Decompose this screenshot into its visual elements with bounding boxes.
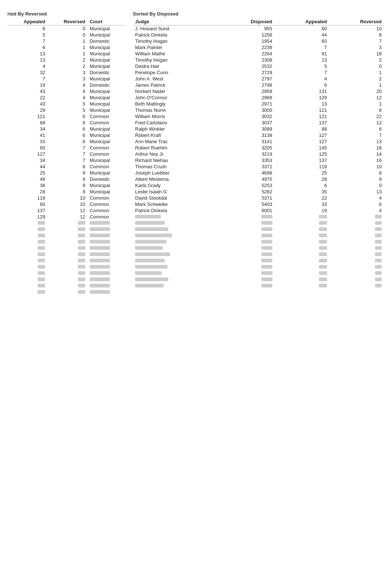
left-cell-appealed: 34 xyxy=(7,126,47,132)
right-header-appealed: Appealed xyxy=(275,18,329,25)
right-cell-disposed: 3032 xyxy=(220,113,274,120)
right-cell-reversed: 22 xyxy=(329,113,384,120)
right-title: Sorted By Disposed xyxy=(133,11,384,17)
left-cell-appealed: 25 xyxy=(7,170,47,176)
left-cell-court: Municipal xyxy=(87,44,125,51)
left-cell-court: Municipal xyxy=(87,126,125,132)
right-blurred-appealed xyxy=(275,276,329,283)
left-blurred-row xyxy=(7,264,125,270)
left-blurred-reversed xyxy=(47,283,87,289)
left-cell-appealed: 44 xyxy=(7,163,47,170)
left-cell-court: Municipal xyxy=(87,101,125,107)
right-cell-judge: Mark Painter xyxy=(133,44,220,51)
left-cell-appealed: 13 xyxy=(7,51,47,57)
right-cell-judge: Karla Grady xyxy=(133,182,220,189)
left-cell-court: Common xyxy=(87,195,125,201)
left-cell-appealed: 5 xyxy=(7,32,47,38)
left-table-row: 6 0 Municipal xyxy=(7,25,125,32)
right-cell-disposed: 2971 xyxy=(220,101,274,107)
right-cell-disposed: 2729 xyxy=(220,69,274,76)
right-cell-reversed: 0 xyxy=(329,182,384,189)
left-cell-court: Common xyxy=(87,163,125,170)
right-cell-judge: Richard Niehau xyxy=(133,157,220,163)
left-table-row: 127 7 Common xyxy=(7,151,125,157)
right-cell-reversed: 8 xyxy=(329,170,384,176)
left-cell-reversed: 12 xyxy=(47,207,87,214)
page-container: rted By Reversed Appealed Reversed Court… xyxy=(7,11,384,295)
left-table-row: 4 2 Municipal xyxy=(7,63,125,69)
right-cell-judge: Joseph Luebber xyxy=(133,170,220,176)
right-blurred-row xyxy=(133,245,384,251)
left-cell-reversed: 2 xyxy=(47,57,87,63)
right-blurred-appealed xyxy=(275,258,329,264)
right-cell-disposed: 1954 xyxy=(220,38,274,44)
left-blurred-appealed xyxy=(7,220,47,226)
right-cell-reversed: 4 xyxy=(329,195,384,201)
right-cell-disposed: 2239 xyxy=(220,44,274,51)
left-cell-appealed: 41 xyxy=(7,132,47,138)
right-cell-disposed: 3089 xyxy=(220,126,274,132)
right-cell-disposed: 2959 xyxy=(220,88,274,94)
right-cell-reversed: 12 xyxy=(329,120,384,126)
left-cell-reversed: 9 xyxy=(47,176,87,182)
right-cell-judge: Robert Ruehlm xyxy=(133,145,220,151)
right-blurred-appealed xyxy=(275,251,329,258)
right-cell-judge: Albert Mestema xyxy=(133,176,220,182)
left-table: Appealed Reversed Court 6 0 Municipal 5 … xyxy=(7,18,125,295)
right-blurred-disposed xyxy=(220,232,274,239)
left-header-appealed: Appealed xyxy=(7,18,47,25)
left-cell-court: Municipal xyxy=(87,32,125,38)
right-blurred-reversed xyxy=(329,270,384,276)
left-cell-court: Municipal xyxy=(87,63,125,69)
right-cell-judge: David Stockdal xyxy=(133,195,220,201)
right-header-judge: Judge xyxy=(133,18,220,25)
right-cell-appealed: 35 xyxy=(275,189,329,195)
left-table-row: 29 5 Municipal xyxy=(7,107,125,113)
left-cell-court: Domestic xyxy=(87,82,125,88)
left-blurred-reversed xyxy=(47,232,87,239)
left-blurred-court xyxy=(87,239,125,245)
right-cell-appealed: 33 xyxy=(275,201,329,207)
right-blurred-disposed xyxy=(220,270,274,276)
left-cell-appealed: 88 xyxy=(7,120,47,126)
left-cell-appealed: 60 xyxy=(7,201,47,207)
left-cell-reversed: 0 xyxy=(47,25,87,32)
left-cell-reversed: 1 xyxy=(47,38,87,44)
left-cell-appealed: 13 xyxy=(7,57,47,63)
right-table-row: Beth Mattingly 2971 13 1 xyxy=(133,101,384,107)
left-cell-reversed: 6 xyxy=(47,138,87,145)
right-cell-appealed: 119 xyxy=(275,163,329,170)
right-blurred-disposed xyxy=(220,214,274,220)
right-blurred-reversed xyxy=(329,226,384,232)
left-cell-court: Municipal xyxy=(87,170,125,176)
right-table-row: James Patrick 2798 6 1 xyxy=(133,82,384,88)
right-cell-judge: Patrick Dinkela xyxy=(133,32,220,38)
right-cell-disposed: 1258 xyxy=(220,32,274,38)
right-blurred-disposed xyxy=(220,239,274,245)
left-cell-appealed: 43 xyxy=(7,88,47,94)
left-blurred-row xyxy=(7,283,125,289)
left-blurred-appealed xyxy=(7,276,47,283)
right-table-row: David Stockdal 5371 22 4 xyxy=(133,195,384,201)
right-blurred-reversed xyxy=(329,258,384,264)
right-cell-appealed: 88 xyxy=(275,126,329,132)
right-cell-judge: James Patrick xyxy=(133,82,220,88)
right-cell-appealed: 7 xyxy=(275,69,329,76)
left-section: rted By Reversed Appealed Reversed Court… xyxy=(7,11,125,295)
right-cell-appealed: 145 xyxy=(275,145,329,151)
left-blurred-court xyxy=(87,251,125,258)
right-cell-judge: Norbert Nadel xyxy=(133,88,220,94)
right-table-row: Patrick Dinkela 6001 19 4 xyxy=(133,207,384,214)
left-table-row: 5 0 Municipal xyxy=(7,32,125,38)
right-cell-disposed: 2797 xyxy=(220,76,274,82)
right-cell-appealed: 25 xyxy=(275,170,329,176)
right-blurred-appealed xyxy=(275,264,329,270)
left-blurred-court xyxy=(87,276,125,283)
right-cell-judge: Arthur Ney Jr. xyxy=(133,151,220,157)
right-header-disposed: Disposed xyxy=(220,18,274,25)
left-cell-court: Municipal xyxy=(87,107,125,113)
right-cell-reversed: 9 xyxy=(329,176,384,182)
left-cell-court: Common xyxy=(87,151,125,157)
right-cell-disposed: 2308 xyxy=(220,57,274,63)
left-cell-appealed: 33 xyxy=(7,138,47,145)
